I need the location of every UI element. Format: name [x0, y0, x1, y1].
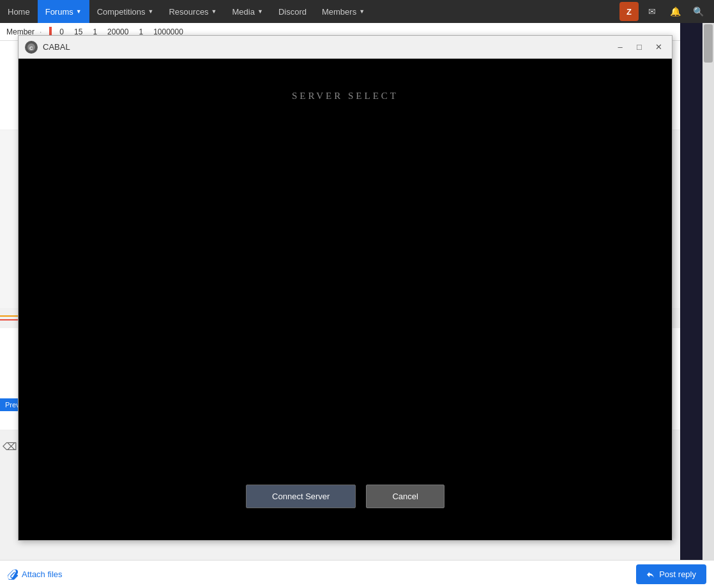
nav-members-label: Members: [322, 7, 356, 17]
cabal-window: C CABAL – □ ✕ SERVER SELECT Connect Serv…: [18, 35, 672, 541]
post-reply-button[interactable]: Post reply: [636, 564, 706, 584]
cancel-button[interactable]: Cancel: [366, 485, 444, 508]
orange-line: [0, 315, 19, 317]
paperclip-icon: [8, 569, 18, 580]
server-select-title: SERVER SELECT: [292, 91, 399, 102]
nav-discord-label: Discord: [278, 7, 307, 17]
nav-bar: Home Forums ▼ Competitions ▼ Resources ▼…: [0, 0, 714, 23]
nav-resources-label: Resources: [169, 7, 208, 17]
nav-item-competitions[interactable]: Competitions ▼: [89, 0, 162, 23]
window-controls: – □ ✕: [613, 40, 665, 54]
zotero-icon[interactable]: Z: [619, 2, 639, 21]
nav-media-label: Media: [232, 7, 255, 17]
red-line: [0, 319, 19, 320]
media-caret: ▼: [257, 8, 263, 15]
close-button[interactable]: ✕: [651, 40, 665, 54]
attach-files-button[interactable]: Attach files: [8, 569, 63, 580]
eraser-icon[interactable]: ⌫: [0, 437, 19, 456]
nav-home-label: Home: [8, 7, 30, 17]
cabal-app-icon: C: [25, 41, 38, 54]
nav-item-resources[interactable]: Resources ▼: [161, 0, 224, 23]
forums-caret: ▼: [76, 8, 82, 15]
nav-item-media[interactable]: Media ▼: [225, 0, 271, 23]
nav-item-members[interactable]: Members ▼: [314, 0, 372, 23]
attach-label: Attach files: [22, 569, 63, 579]
nav-item-home[interactable]: Home: [0, 0, 38, 23]
maximize-button[interactable]: □: [632, 40, 646, 54]
scrollbar-thumb[interactable]: [704, 24, 713, 63]
scrollbar[interactable]: [703, 23, 714, 588]
connect-server-button[interactable]: Connect Server: [246, 485, 356, 508]
window-title: CABAL: [43, 42, 608, 52]
reply-icon: [646, 570, 655, 579]
nav-item-discord[interactable]: Discord: [271, 0, 314, 23]
window-titlebar: C CABAL – □ ✕: [19, 36, 672, 59]
nav-item-forums[interactable]: Forums ▼: [38, 0, 89, 23]
bottom-bar: Attach files Post reply: [0, 560, 714, 588]
svg-text:C: C: [29, 45, 33, 51]
competitions-caret: ▼: [148, 8, 154, 15]
bell-icon[interactable]: 🔔: [665, 2, 685, 21]
mail-icon[interactable]: ✉: [642, 2, 662, 21]
nav-right-icons: Z ✉ 🔔 🔍: [619, 2, 714, 21]
minimize-button[interactable]: –: [613, 40, 627, 54]
window-action-buttons: Connect Server Cancel: [246, 485, 444, 508]
resources-caret: ▼: [211, 8, 217, 15]
window-game-area: SERVER SELECT Connect Server Cancel: [19, 59, 672, 540]
nav-competitions-label: Competitions: [97, 7, 146, 17]
search-icon[interactable]: 🔍: [688, 2, 708, 21]
post-reply-label: Post reply: [659, 569, 696, 579]
members-caret: ▼: [359, 8, 365, 15]
nav-forums-label: Forums: [45, 7, 73, 17]
